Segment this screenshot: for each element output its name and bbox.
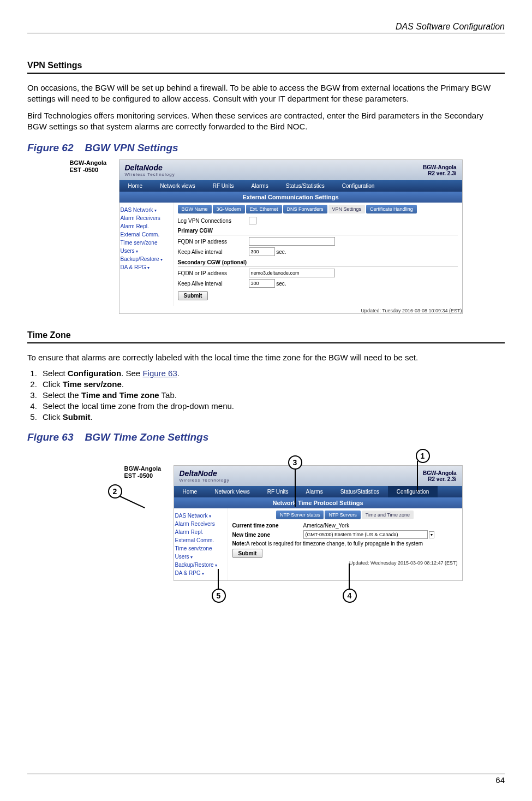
figure-63-title: BGW Time Zone Settings [85, 431, 209, 443]
panel-title-ext-comm: External Communication Settings [119, 192, 462, 203]
subtab63-time-and-zone[interactable]: Time and Time zone [362, 511, 414, 519]
step-4: Select the local time zone from the drop… [39, 401, 505, 411]
primary-keepalive-label: Keep Alive interval [178, 249, 249, 255]
primary-keepalive-input[interactable]: 300 [249, 247, 275, 256]
side63-backup-restore[interactable]: Backup/Restore [175, 561, 225, 569]
subtabs: BGW Name 3G-Modem Ext. Ethernet DNS Forw… [178, 205, 458, 213]
step-2: Click Time serv/zone. [39, 379, 505, 389]
figure-62-caption: Figure 62 BGW VPN Settings [27, 142, 505, 154]
subtab63-ntp-status[interactable]: NTP Server status [276, 511, 324, 519]
callout-4: 4 [343, 589, 357, 603]
device-name-label: BGW-Angola [70, 159, 107, 166]
step-3: Select the Time and Time zone Tab. [39, 390, 505, 400]
callout-1: 1 [416, 449, 430, 463]
note-text: A reboot is required for timezone change… [246, 541, 423, 547]
brand-bar: DeltaNode Wireless Technology BGW-Angola… [119, 160, 462, 180]
step-5: Click Submit. [39, 412, 505, 422]
link-figure-63[interactable]: Figure 63 [142, 369, 177, 378]
sidebar-item-external-comm[interactable]: External Comm. [121, 230, 171, 239]
primary-fqdn-label: FQDN or IP address [178, 239, 249, 245]
secondary-fqdn-label: FQDN or IP address [178, 270, 249, 276]
subtab-certificate-handling[interactable]: Certificate Handling [366, 205, 417, 213]
side63-das-network[interactable]: DAS Network [175, 512, 225, 520]
nav-status-statistics[interactable]: Status/Statistics [277, 180, 333, 192]
nav63-alarms[interactable]: Alarms [297, 486, 332, 497]
nav-network-views[interactable]: Network views [151, 180, 204, 192]
secondary-cgw-heading: Secondary CGW (optional) [178, 259, 458, 267]
nav-home[interactable]: Home [119, 180, 152, 192]
subtab-dns-forwarders[interactable]: DNS Forwarders [283, 205, 327, 213]
subtab-3g-modem[interactable]: 3G-Modem [213, 205, 245, 213]
vpn-paragraph-1: On occasions, the BGW will be set up beh… [27, 82, 505, 105]
primary-cgw-heading: Primary CGW [178, 228, 458, 235]
secondary-fqdn-input[interactable]: nemo3.deltanode.com [249, 269, 335, 277]
sidebar-item-users[interactable]: Users [121, 247, 171, 255]
sidebar-item-alarm-repl[interactable]: Alarm Repl. [121, 222, 171, 230]
side63-alarm-receivers[interactable]: Alarm Receivers [175, 520, 225, 528]
heading-vpn-settings: VPN Settings [27, 61, 505, 74]
updated-timestamp-63: Updated: Wednesday 2015-03-09 08:12:47 (… [232, 560, 458, 566]
side63-external-comm[interactable]: External Comm. [175, 536, 225, 544]
callout-2: 2 [108, 484, 122, 499]
vpn-paragraph-2: Bird Technologies offers monitoring serv… [27, 110, 505, 133]
new-tz-label: New time zone [232, 532, 303, 538]
log-vpn-label: Log VPN Connections [178, 218, 249, 224]
subtab-vpn-settings[interactable]: VPN Settings [328, 205, 366, 213]
chevron-down-icon[interactable]: ▾ [429, 531, 434, 538]
sidebar-item-time-serv-zone[interactable]: Time serv/zone [121, 239, 171, 247]
sidebar-item-das-network[interactable]: DAS Network [121, 206, 171, 214]
heading-time-zone: Time Zone [27, 330, 505, 343]
nav63-home[interactable]: Home [174, 486, 206, 497]
current-tz-label: Current time zone [232, 523, 303, 529]
log-vpn-checkbox[interactable] [249, 217, 256, 224]
brand-name-63: DeltaNode [180, 469, 217, 478]
figure-62-screenshot: BGW-Angola EST -0500 DeltaNode Wireless … [70, 159, 463, 314]
secondary-keepalive-label: Keep Alive interval [178, 281, 249, 287]
tz-intro: To ensure that alarms are correctly labe… [27, 352, 505, 363]
nav63-configuration[interactable]: Configuration [388, 486, 438, 497]
unit-title-63: BGW-Angola [423, 470, 456, 476]
submit-button-63[interactable]: Submit [232, 549, 263, 558]
figure-62-prefix: Figure 62 [27, 142, 73, 153]
nav63-rf-units[interactable]: RF Units [259, 486, 297, 497]
device-tz-label: EST -0500 [70, 167, 99, 173]
sidebar-item-backup-restore[interactable]: Backup/Restore [121, 255, 171, 263]
nav63-status-statistics[interactable]: Status/Statistics [332, 486, 388, 497]
submit-button[interactable]: Submit [178, 291, 208, 300]
subtab-bgw-name[interactable]: BGW Name [178, 205, 212, 213]
side63-time-serv-zone[interactable]: Time serv/zone [175, 544, 225, 553]
step-1: Select Configuration. See Figure 63. [39, 369, 505, 378]
running-header: DAS Software Configuration [27, 22, 505, 33]
side63-alarm-repl[interactable]: Alarm Repl. [175, 528, 225, 536]
nav63-network-views[interactable]: Network views [206, 486, 258, 497]
unit-version: R2 ver. 2.3i [428, 170, 456, 176]
primary-fqdn-input[interactable] [249, 237, 335, 246]
current-tz-value: America/New_York [303, 523, 350, 529]
subtab63-ntp-servers[interactable]: NTP Servers [325, 511, 360, 519]
sidebar-item-da-rpg[interactable]: DA & RPG [121, 263, 171, 271]
device-tz-label-63: EST -0500 [124, 472, 153, 479]
figure-63-screenshot: 1 3 2 4 5 BGW-Angola EST -0500 DeltaNode… [70, 449, 463, 608]
nav-configuration[interactable]: Configuration [333, 180, 383, 192]
sidebar-item-alarm-receivers[interactable]: Alarm Receivers [121, 214, 171, 222]
nav-alarms[interactable]: Alarms [243, 180, 277, 192]
brand-sub-63: Wireless Technology [180, 478, 230, 483]
updated-timestamp-62: Updated: Tuesday 2016-03-08 10:09:34 (ES… [119, 308, 462, 313]
note-label: Note: [232, 541, 247, 547]
brand-sub: Wireless Technology [125, 172, 175, 177]
subtab-ext-ethernet[interactable]: Ext. Ethernet [246, 205, 282, 213]
secondary-keepalive-input[interactable]: 300 [249, 279, 275, 288]
figure-62-title: BGW VPN Settings [85, 142, 178, 153]
figure-63-caption: Figure 63 BGW Time Zone Settings [27, 431, 505, 443]
brand-bar-63: DeltaNode Wireless Technology BGW-Angola… [174, 466, 462, 486]
device-name-label-63: BGW-Angola [124, 465, 162, 472]
nav-rf-units[interactable]: RF Units [204, 180, 243, 192]
callout-5: 5 [212, 589, 226, 603]
sidebar: DAS Network Alarm Receivers Alarm Repl. … [119, 203, 174, 306]
unit-version-63: R2 ver. 2.3i [428, 476, 456, 482]
side63-users[interactable]: Users [175, 553, 225, 561]
callout-3: 3 [288, 455, 302, 470]
new-tz-dropdown[interactable]: (GMT-05:00) Eastern Time (US & Canada) [303, 530, 428, 539]
panel-title-ntp: Network Time Protocol Settings [174, 497, 462, 508]
primary-keepalive-unit: sec. [276, 249, 286, 255]
